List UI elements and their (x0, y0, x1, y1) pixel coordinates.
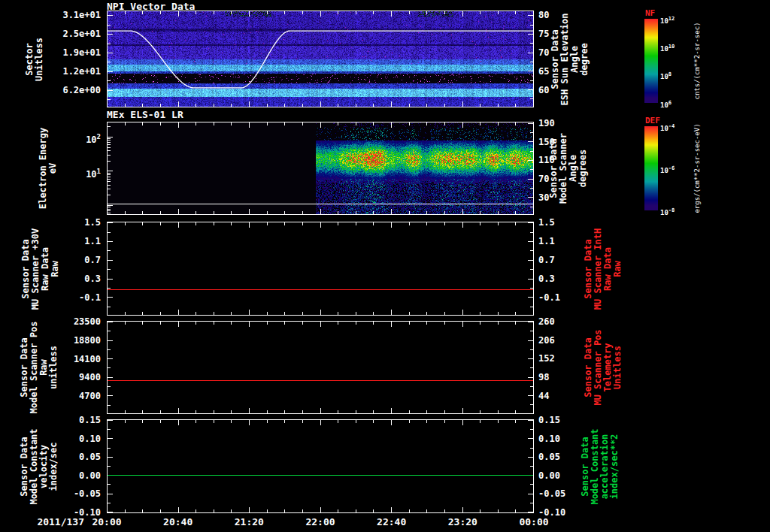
date-label: 2011/137 (0, 516, 84, 527)
mu-scanner-right-tick-label: -0.1 (538, 292, 584, 303)
mu-scanner-right-axis-title: Sensor DataMU Scanner IntHRaw DataRaw (584, 228, 623, 309)
npi-spectrogram-canvas (107, 11, 534, 107)
scanner-pos-left-axis-title: Sensor DataModel Scanner PosRawunitless (20, 322, 59, 414)
scanner-pos-line-canvas (107, 321, 534, 414)
mu-scanner-line-canvas (107, 222, 534, 316)
els-spectrogram-canvas (107, 122, 534, 215)
npi-left-tick-label: 6.2e+00 (0, 85, 101, 95)
npi-left-tick-label: 2.5e+01 (0, 29, 101, 39)
x-tick-label: 22:00 (290, 516, 350, 527)
els-left-axis-title: Electron EnergyeV (38, 128, 58, 209)
els-right-tick-label: 190 (538, 118, 584, 128)
nf-colorbar-tick-label: 108 (660, 71, 671, 80)
mu-scanner-left-tick-label: 1.5 (0, 217, 101, 228)
model-constant-right-tick-label: -0.05 (538, 488, 584, 499)
scanner-pos-right-tick-label: 152 (538, 353, 584, 364)
npi-left-axis-title: SectorUnitless (25, 38, 44, 81)
els-right-axis-title: Sensor DataModel ScannerAngledegrees (549, 133, 588, 204)
scanner-pos-right-tick-label: 206 (538, 335, 584, 346)
x-tick-label: 00:00 (504, 516, 564, 527)
npi-left-tick-label: 3.1e+01 (0, 10, 101, 20)
nf-colorbar-tick-label: 1010 (660, 43, 675, 53)
npi-left-tick-label: 1.9e+01 (0, 47, 101, 58)
x-tick-label: 20:00 (77, 516, 137, 527)
def-colorbar-tick-label: 10-8 (660, 207, 675, 216)
panel-title-els: MEx ELS-01 LR (107, 109, 183, 120)
mu-scanner-right-tick-label: 0.7 (538, 255, 584, 265)
model-constant-right-tick-label: 0.00 (538, 470, 584, 481)
x-tick-label: 20:40 (148, 516, 208, 527)
x-tick-label: 21:20 (219, 516, 279, 527)
mu-scanner-right-tick-label: 1.5 (538, 217, 584, 228)
mu-scanner-right-tick-label: 0.3 (538, 274, 584, 284)
scanner-pos-right-axis-title: Sensor DataMU Scanner PosTelemetryUnitle… (584, 329, 623, 405)
nf-colorbar-canvas (644, 19, 658, 103)
x-tick-label: 23:20 (432, 516, 493, 527)
model-constant-right-tick-label: 0.05 (538, 452, 584, 462)
npi-right-axis-title: Sensor DataESH Sun ElevationAngledegree (550, 13, 590, 105)
nf-colorbar-tick-label: 106 (660, 99, 671, 109)
scanner-pos-right-tick-label: 260 (538, 316, 584, 327)
model-constant-left-tick-label: 0.15 (0, 415, 101, 425)
nf-colorbar-title: NF (645, 8, 655, 18)
scanner-pos-right-tick-label: 44 (538, 391, 584, 401)
model-constant-right-axis-title: Sensor DataModel Constantaccelerationind… (581, 428, 620, 504)
def-colorbar-canvas (644, 126, 658, 210)
def-colorbar-tick-label: 10-6 (660, 165, 675, 174)
model-constant-left-axis-title: Sensor DataModel Constantvelocityindex/s… (20, 428, 59, 504)
nf-colorbar-tick-label: 1012 (660, 15, 675, 25)
mu-scanner-left-axis-title: Sensor DataMU Scanner +30VRaw DataRaw (21, 228, 60, 309)
model-constant-right-tick-label: 0.10 (538, 434, 584, 444)
x-tick-label: 22:40 (362, 516, 422, 527)
model-constant-right-tick-label: 0.15 (538, 415, 584, 425)
nf-colorbar-unit: cnts/(cm**2-sr-sec) (693, 23, 701, 100)
def-colorbar-title: DEF (645, 116, 660, 125)
model-constant-line-canvas (107, 419, 534, 513)
def-colorbar-tick-label: 10-4 (660, 122, 675, 132)
def-colorbar-unit: ergs/(cm**2-sr-sec-eV) (693, 123, 701, 213)
npi-left-tick-label: 1.2e+01 (0, 66, 101, 77)
mu-scanner-right-tick-label: 1.1 (538, 236, 584, 246)
scanner-pos-right-tick-label: 98 (538, 372, 584, 382)
tplot-window: NPI Vector Data MEx ELS-01 LR 3.1e+012.5… (0, 0, 770, 532)
